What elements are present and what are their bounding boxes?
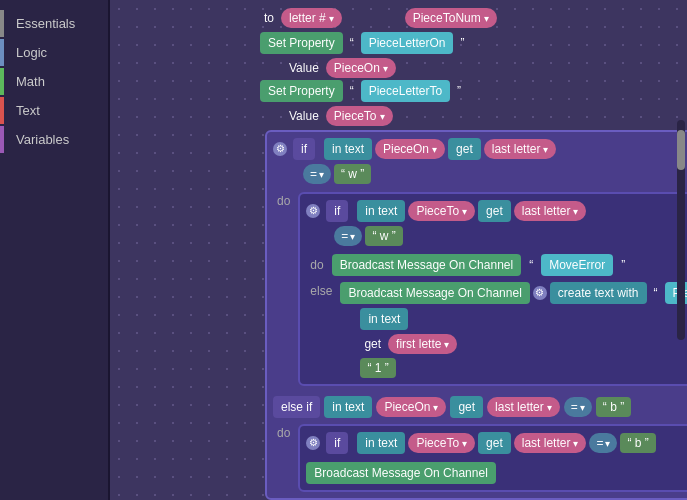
do-elseif-label: do [273, 424, 294, 442]
piece-to-num-block[interactable]: PieceToNum [405, 8, 497, 28]
gear-icon-4[interactable]: ⚙ [306, 436, 320, 450]
equals-w-row-1: = “ w ” [303, 164, 687, 184]
sidebar-item-math[interactable]: Math [0, 68, 108, 95]
piece-letter-to-block[interactable]: PieceLetterTo [361, 80, 450, 102]
last-letter-1-block[interactable]: last letter [484, 139, 557, 159]
else-if-row: else if in text PieceOn get last letter … [273, 396, 687, 418]
if-row-1: ⚙ if in text PieceOn get last letter [273, 138, 687, 160]
scrollbar[interactable] [677, 120, 685, 340]
if-block-2[interactable]: if [326, 200, 348, 222]
in-text-block-1[interactable]: in text [324, 138, 372, 160]
first-letter-row: get first lette [360, 334, 687, 354]
do-section-1: do ⚙ if in text PieceTo get [273, 192, 687, 386]
set-property-1-block[interactable]: Set Property [260, 32, 343, 54]
b-string-elseif[interactable]: “ b ” [596, 397, 631, 417]
set-property-2-block[interactable]: Set Property [260, 80, 343, 102]
quote-open-2: “ [346, 82, 358, 100]
move-error-block[interactable]: MoveError [541, 254, 613, 276]
quote-close-2: ” [453, 82, 465, 100]
piece-to-value-block[interactable]: PieceTo [326, 106, 393, 126]
piece-on-value-block[interactable]: PieceOn [326, 58, 396, 78]
outer-if-container: ⚙ if in text PieceOn get last letter = [265, 130, 687, 500]
sidebar-item-logic[interactable]: Logic [0, 39, 108, 66]
scrollbar-thumb[interactable] [677, 130, 685, 170]
quote-open-move: “ [525, 256, 537, 274]
inner-if-container: ⚙ if in text PieceTo get last letter [298, 192, 687, 386]
piece-to-2-block[interactable]: PieceTo [408, 201, 475, 221]
equals-op-1[interactable]: = [303, 164, 331, 184]
equals-elseif-op[interactable]: = [564, 397, 592, 417]
do-broadcast-moveerror: do Broadcast Message On Channel “ MoveEr… [306, 254, 687, 276]
gear-icon-3[interactable]: ⚙ [533, 286, 547, 300]
else-if-block[interactable]: else if [273, 396, 320, 418]
do-elseif-section: do ⚙ if in text PieceTo get [273, 424, 687, 492]
row-value-2: Value PieceTo [285, 106, 393, 126]
num1-block[interactable]: “ 1 ” [360, 358, 395, 378]
in-text-row-else: in text [360, 308, 687, 330]
row-to-letter: to letter # PieceToNum [260, 8, 497, 28]
quote-piece-m: “ [650, 284, 662, 302]
gear-icon-2[interactable]: ⚙ [306, 204, 320, 218]
broadcast-moveerror-block[interactable]: Broadcast Message On Channel [332, 254, 521, 276]
if-block-3[interactable]: if [326, 432, 348, 454]
w-string-1[interactable]: “ w ” [334, 164, 371, 184]
equals-w-row-2: = “ w ” [334, 226, 687, 246]
in-text-block-3[interactable]: in text [357, 432, 405, 454]
first-letter-block[interactable]: first lette [388, 334, 457, 354]
equals-op-3[interactable]: = [589, 433, 617, 453]
quote-close-1: ” [456, 34, 468, 52]
broadcast-else-block[interactable]: Broadcast Message On Channel [340, 282, 529, 304]
get-block-1[interactable]: get [448, 138, 481, 160]
value-label-1: Value [285, 59, 323, 77]
if-block-1[interactable]: if [293, 138, 315, 160]
in-text-else-block[interactable]: in text [360, 308, 408, 330]
quote-close-move: ” [617, 256, 629, 274]
if-row-3: ⚙ if in text PieceTo get last letter [306, 432, 687, 454]
piece-letter-on-block[interactable]: PieceLetterOn [361, 32, 454, 54]
in-text-block-2[interactable]: in text [357, 200, 405, 222]
quote-open-1: “ [346, 34, 358, 52]
num1-row: “ 1 ” [360, 358, 687, 378]
sidebar-item-text[interactable]: Text [0, 97, 108, 124]
do-label-1: do [273, 192, 294, 210]
last-letter-elseif-block[interactable]: last letter [487, 397, 560, 417]
do-elseif-container: ⚙ if in text PieceTo get last letter [298, 424, 687, 492]
piece-to-3-block[interactable]: PieceTo [408, 433, 475, 453]
canvas: to letter # PieceToNum Set Property “ Pi… [110, 0, 687, 500]
sidebar-item-essentials[interactable]: Essentials [0, 10, 108, 37]
value-label-2: Value [285, 107, 323, 125]
row-set-prop1: Set Property “ PieceLetterOn ” [260, 32, 468, 54]
equals-op-2[interactable]: = [334, 226, 362, 246]
if-row-2: ⚙ if in text PieceTo get last letter [306, 200, 687, 222]
else-broadcast-section: else Broadcast Message On Channel ⚙ crea… [306, 282, 687, 378]
letter-hash-block[interactable]: letter # [281, 8, 342, 28]
sidebar-item-variables[interactable]: Variables [0, 126, 108, 153]
in-text-elseif-block[interactable]: in text [324, 396, 372, 418]
last-letter-3-block[interactable]: last letter [514, 433, 587, 453]
row-set-prop2: Set Property “ PieceLetterTo ” [260, 80, 465, 102]
get-block-2[interactable]: get [478, 200, 511, 222]
last-letter-2-block[interactable]: last letter [514, 201, 587, 221]
else-broadcast-row: Broadcast Message On Channel ⚙ create te… [340, 282, 687, 304]
else-content: Broadcast Message On Channel ⚙ create te… [340, 282, 687, 378]
bottom-broadcast-row: Broadcast Message On Channel [306, 462, 687, 484]
b-string-3[interactable]: “ b ” [620, 433, 655, 453]
create-text-block[interactable]: create text with [550, 282, 647, 304]
get-block-3[interactable]: get [478, 432, 511, 454]
sidebar: Essentials Logic Math Text Variables [0, 0, 110, 500]
piece-on-elseif-block[interactable]: PieceOn [376, 397, 446, 417]
get-label-else: get [360, 335, 385, 353]
get-elseif-block[interactable]: get [450, 396, 483, 418]
piece-on-1-block[interactable]: PieceOn [375, 139, 445, 159]
w-string-2[interactable]: “ w ” [365, 226, 402, 246]
gear-icon-1[interactable]: ⚙ [273, 142, 287, 156]
to-label: to [260, 9, 278, 27]
row-value-1: Value PieceOn [285, 58, 396, 78]
do-label-2: do [306, 256, 327, 274]
else-label: else [306, 282, 336, 300]
broadcast-bottom-block[interactable]: Broadcast Message On Channel [306, 462, 495, 484]
